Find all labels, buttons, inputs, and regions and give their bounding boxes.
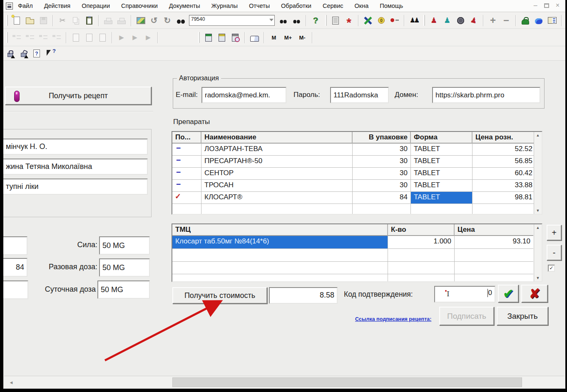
person-teal-icon[interactable]: ♟ [441,15,453,26]
toolbar-grip[interactable] [198,32,200,43]
undo-icon[interactable]: ↺ [148,15,160,26]
cost-field[interactable]: 8.58 [269,287,338,304]
red-flower-icon[interactable]: * [343,17,355,28]
table-row[interactable]: − СЕНТОР 30 TABLET 60.42 [172,168,542,180]
doc-delete-icon[interactable] [97,32,108,43]
confirmation-code-input[interactable]: I 0 [434,286,495,303]
scroll-left-icon[interactable]: ◄ [6,378,17,387]
menu-file[interactable]: Файл [18,2,33,9]
table-row-empty[interactable] [172,204,542,215]
toolbar-grip[interactable] [423,15,425,26]
password-field[interactable] [330,87,389,103]
memory-plus-button[interactable]: М+ [282,32,294,43]
menu-directories[interactable]: Справочники [121,2,158,9]
left-cut-field-2[interactable] [3,280,28,299]
confirm-button[interactable]: ✔ [498,285,519,303]
domain-field[interactable] [432,87,540,103]
menu-documents[interactable]: Документы [169,2,200,9]
toolbar-grip[interactable] [325,15,327,26]
person-running-icon[interactable]: ♟ [467,13,481,27]
save-icon[interactable] [37,15,49,26]
bullet-minus-icon[interactable] [389,15,400,26]
find-previous-icon[interactable] [291,15,302,26]
tmc-header-price[interactable]: Цена [455,224,533,236]
drugs-header-pack[interactable]: В упаковке [353,132,411,144]
run-step-icon[interactable]: ▶ [129,32,141,43]
memory-button[interactable]: М [268,32,280,43]
sign-recipe-link[interactable]: Ссылка подписания рецепта: [355,316,431,322]
cancel-button[interactable]: ✘ [521,285,548,303]
print-icon[interactable] [102,15,114,26]
sign-button[interactable]: Подписать [439,307,494,325]
search-combobox[interactable] [189,15,275,26]
doc-new-icon[interactable] [70,32,82,43]
scroll-up-icon[interactable]: ▲ [536,133,540,137]
hierarchy-collapse-icon[interactable] [37,32,49,43]
close-button[interactable]: × [556,2,560,9]
bag-green-icon[interactable] [520,15,531,26]
table-row[interactable]: − ПРЕСАРТАН®-50 30 TABLET 56.85 [172,156,542,168]
menu-processing[interactable]: Обработки [281,2,311,9]
menu-windows[interactable]: Окна [355,2,369,9]
calculator-memory-icon[interactable] [216,32,228,43]
butterfly-icon[interactable] [362,15,374,26]
copy-icon[interactable] [70,15,82,26]
drugs-header-price[interactable]: Цена розн. [472,132,535,144]
menu-journals[interactable]: Журналы [211,2,238,9]
program-field[interactable] [3,179,148,195]
coin-icon[interactable]: 0 [376,15,387,26]
add-icon[interactable]: + [487,15,499,26]
person-red-icon[interactable]: ♟ [428,15,440,26]
run-to-icon[interactable]: ▶ [142,32,154,43]
drugs-scrollbar[interactable]: ▲ ▼ [534,132,542,214]
menu-operations[interactable]: Операции [82,2,110,9]
email-field[interactable] [201,87,286,103]
people-icon[interactable]: ♟♟ [408,15,420,26]
single-dose-field[interactable] [99,258,150,277]
catalog-icon[interactable] [546,15,558,26]
menu-actions[interactable]: Действия [44,2,71,9]
unlock-icon[interactable] [17,48,29,60]
paste-icon[interactable] [83,15,95,26]
tmc-scrollbar[interactable]: ▲ ▼ [534,224,542,281]
drugs-header-form[interactable]: Форма [411,132,472,144]
menu-reports[interactable]: Отчеты [249,2,270,9]
tmc-remove-button[interactable]: - [547,245,562,261]
menu-service[interactable]: Сервис [323,2,343,9]
hierarchy-expand-icon[interactable] [24,32,36,43]
restore-button[interactable] [544,3,549,8]
tmc-header-qty[interactable]: К-во [388,224,455,236]
tmc-header-name[interactable]: ТМЦ [172,224,388,236]
left-cut-field-1[interactable] [3,236,27,255]
table-row-empty[interactable] [172,274,542,282]
daily-dose-field[interactable] [97,280,150,299]
drugs-header-mark[interactable]: По... [172,132,201,144]
get-recipe-button[interactable]: Получить рецепт [5,87,152,105]
table-row-selected[interactable]: ✓ КЛОСАРТ® 84 TABLET 98.81 [172,192,542,204]
strength-field[interactable] [99,236,150,255]
hierarchy-icon[interactable] [11,32,22,43]
toolbar-grip[interactable] [6,15,8,26]
toolbar-grip[interactable] [6,32,8,43]
pack-count-field[interactable] [3,258,27,277]
tmc-row-selected[interactable]: Клосарт таб.50мг №84(14*6) 1.000 93.10 [172,236,542,249]
scroll-down-icon[interactable]: ▼ [536,276,540,280]
doc-edit-icon[interactable] [83,32,95,43]
book-icon[interactable] [249,32,260,43]
memory-minus-button[interactable]: М- [296,32,308,43]
table-row-empty[interactable] [172,249,542,262]
report-icon[interactable] [330,15,341,26]
minimize-button[interactable]: – [534,2,537,9]
tmc-checkbox[interactable]: ✓ [548,265,555,272]
find-icon[interactable] [175,15,187,26]
lock-next-icon[interactable] [4,48,16,60]
table-row-empty[interactable] [172,262,542,274]
scrollbar-thumb[interactable] [172,377,522,387]
get-cost-button[interactable]: Получить стоимость [172,287,267,304]
search-input[interactable] [189,15,264,22]
combobox-dropdown-icon[interactable] [269,19,274,21]
tmc-add-button[interactable]: + [547,225,562,241]
run-icon[interactable]: ▶ [116,32,127,43]
image-icon[interactable] [135,15,147,26]
calculator-search-icon[interactable] [229,32,241,43]
